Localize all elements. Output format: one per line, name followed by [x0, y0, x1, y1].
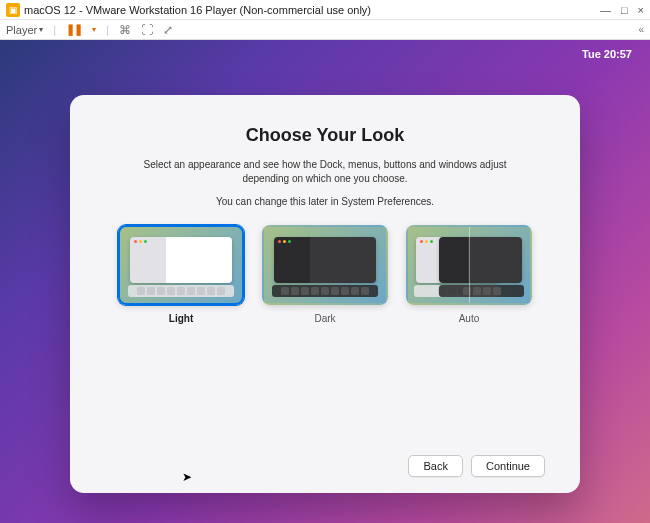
host-toolbar: Player ▾ | ❚❚ ▾ | ⌘ ⛶ ⤢ « — [0, 20, 650, 40]
appearance-thumb-dark — [262, 225, 388, 305]
toolbar-overflow-icon[interactable]: « — [638, 24, 644, 35]
fullscreen-icon[interactable]: ⤢ — [163, 23, 173, 37]
setup-assistant-window: Choose Your Look Select an appearance an… — [70, 95, 580, 493]
appearance-option-auto[interactable]: Auto — [406, 225, 532, 324]
page-subtitle: Select an appearance and see how the Doc… — [135, 158, 515, 186]
appearance-label: Dark — [314, 313, 335, 324]
appearance-thumb-auto — [406, 225, 532, 305]
menubar-clock[interactable]: Tue 20:57 — [582, 48, 632, 60]
minimize-button[interactable]: — — [600, 4, 611, 16]
appearance-option-dark[interactable]: Dark — [262, 225, 388, 324]
appearance-label: Auto — [459, 313, 480, 324]
appearance-thumb-light — [118, 225, 244, 305]
toolbar-separator: | — [106, 24, 109, 36]
send-ctrl-alt-del-icon[interactable]: ⌘ — [119, 23, 131, 37]
player-menu-label: Player — [6, 24, 37, 36]
continue-button[interactable]: Continue — [471, 455, 545, 477]
appearance-label: Light — [169, 313, 193, 324]
maximize-button[interactable]: □ — [621, 4, 628, 16]
host-titlebar: ▣ macOS 12 - VMware Workstation 16 Playe… — [0, 0, 650, 20]
player-menu[interactable]: Player ▾ — [6, 24, 43, 36]
host-window-controls: — □ × — [600, 4, 644, 16]
page-title: Choose Your Look — [105, 125, 545, 146]
back-button[interactable]: Back — [408, 455, 462, 477]
pause-icon[interactable]: ❚❚ — [66, 23, 82, 36]
chevron-down-icon: ▾ — [39, 25, 43, 34]
close-button[interactable]: × — [638, 4, 644, 16]
pause-dropdown-icon[interactable]: ▾ — [92, 25, 96, 34]
enter-unity-icon[interactable]: ⛶ — [141, 23, 153, 37]
appearance-options: Light Dark — [105, 225, 545, 324]
guest-display: Tue 20:57 Choose Your Look Select an app… — [0, 40, 650, 523]
toolbar-separator: | — [53, 24, 56, 36]
appearance-option-light[interactable]: Light — [118, 225, 244, 324]
host-window-title: macOS 12 - VMware Workstation 16 Player … — [24, 4, 600, 16]
page-note: You can change this later in System Pref… — [105, 196, 545, 207]
vmware-logo-icon: ▣ — [6, 3, 20, 17]
setup-footer: Back Continue — [105, 455, 545, 477]
